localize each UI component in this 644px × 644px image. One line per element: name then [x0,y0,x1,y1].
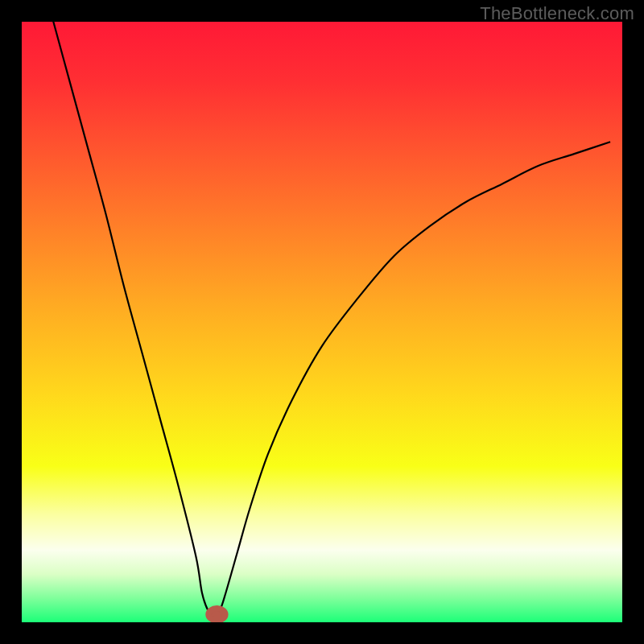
gradient-rect [22,22,622,622]
chart-frame: TheBottleneck.com [0,0,644,644]
watermark-text: TheBottleneck.com [480,3,634,24]
chart-background [22,22,622,622]
